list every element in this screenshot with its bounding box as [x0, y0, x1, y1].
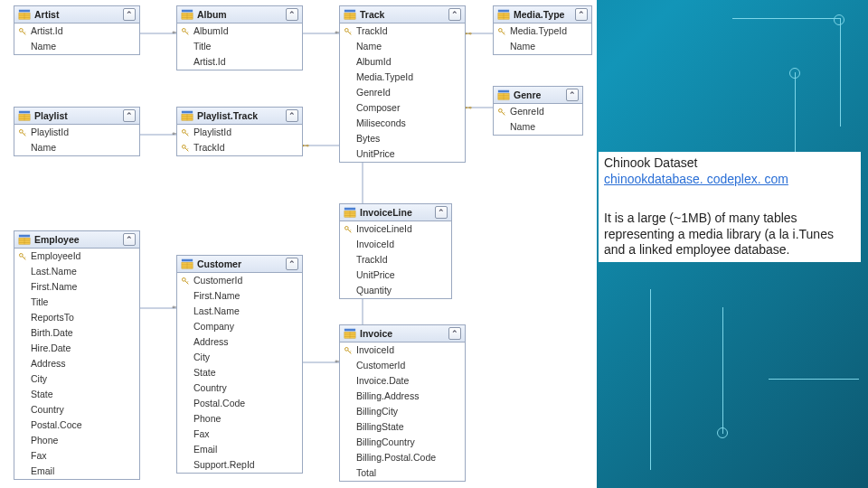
table-column[interactable]: Media.TypeId [340, 70, 465, 85]
table-column[interactable]: BillingCity [340, 404, 465, 419]
collapse-icon[interactable]: ⌃ [435, 206, 448, 219]
table-column[interactable]: UnitPrice [340, 267, 451, 283]
table-header[interactable]: Playlist ⌃ [14, 108, 139, 125]
table-header[interactable]: Media.Type ⌃ [494, 6, 591, 23]
table-column[interactable]: State [14, 387, 139, 402]
table-column[interactable]: Country [177, 380, 302, 396]
table-column[interactable]: Postal.Code [177, 396, 302, 411]
table-playlisttrack[interactable]: Playlist.Track ⌃ PlaylistId TrackId [176, 107, 303, 156]
collapse-icon[interactable]: ⌃ [448, 8, 461, 21]
table-column[interactable]: TrackId [177, 140, 302, 155]
table-column[interactable]: Birth.Date [14, 325, 139, 341]
collapse-icon[interactable]: ⌃ [123, 109, 136, 122]
table-column[interactable]: First.Name [14, 279, 139, 295]
table-column[interactable]: Quantity [340, 283, 451, 298]
table-column[interactable]: BillingState [340, 419, 465, 435]
table-column[interactable]: InvoiceLineId [340, 221, 451, 237]
table-column[interactable]: State [177, 365, 302, 380]
table-column[interactable]: AlbumId [340, 54, 465, 70]
table-column[interactable]: Email [177, 442, 302, 457]
table-column[interactable]: TrackId [340, 252, 451, 267]
table-column[interactable]: Address [14, 356, 139, 371]
table-header[interactable]: Genre ⌃ [494, 87, 582, 104]
table-column[interactable]: Billing.Address [340, 389, 465, 404]
collapse-icon[interactable]: ⌃ [566, 89, 579, 101]
table-column[interactable]: Last.Name [177, 304, 302, 319]
table-column[interactable]: Name [14, 140, 139, 155]
table-playlist[interactable]: Playlist ⌃ PlaylistId Name [14, 107, 140, 156]
table-column[interactable]: InvoiceId [340, 237, 451, 252]
table-column[interactable]: Name [494, 119, 582, 135]
table-column[interactable]: Phone [177, 411, 302, 427]
table-column[interactable]: City [14, 371, 139, 387]
table-employee[interactable]: Employee ⌃ EmployeeId Last.Name First.Na… [14, 230, 140, 480]
table-artist[interactable]: Artist ⌃ Artist.Id Name [14, 5, 140, 55]
table-column[interactable]: Name [494, 39, 591, 54]
table-header[interactable]: Playlist.Track ⌃ [177, 108, 302, 125]
table-column[interactable]: ReportsTo [14, 310, 139, 325]
table-column[interactable]: Support.RepId [177, 457, 302, 473]
table-header[interactable]: Album ⌃ [177, 6, 302, 23]
table-column[interactable]: PlaylistId [177, 125, 302, 140]
table-column[interactable]: Email [14, 464, 139, 479]
table-column[interactable]: Last.Name [14, 264, 139, 279]
collapse-icon[interactable]: ⌃ [286, 258, 298, 270]
table-invoice[interactable]: Invoice ⌃ InvoiceId CustomerId Invoice.D… [339, 324, 466, 482]
table-genre[interactable]: Genre ⌃ GenreId Name [493, 86, 583, 136]
table-column[interactable]: First.Name [177, 288, 302, 304]
collapse-icon[interactable]: ⌃ [123, 8, 136, 21]
table-track[interactable]: Track ⌃ TrackId Name AlbumId Media.TypeI… [339, 5, 466, 163]
collapse-icon[interactable]: ⌃ [286, 8, 298, 21]
table-customer[interactable]: Customer ⌃ CustomerId First.Name Last.Na… [176, 255, 303, 474]
table-column[interactable]: BillingCountry [340, 435, 465, 450]
table-header[interactable]: Artist ⌃ [14, 6, 139, 23]
table-column[interactable]: PlaylistId [14, 125, 139, 140]
collapse-icon[interactable]: ⌃ [123, 233, 136, 246]
table-column[interactable]: GenreId [340, 85, 465, 100]
table-column[interactable]: Title [177, 39, 302, 54]
table-column[interactable]: Postal.Coce [14, 418, 139, 433]
table-column[interactable]: Artist.Id [14, 23, 139, 39]
table-title: Customer [197, 258, 241, 269]
table-column[interactable]: AlbumId [177, 23, 302, 39]
collapse-icon[interactable]: ⌃ [286, 109, 298, 122]
collapse-icon[interactable]: ⌃ [575, 8, 588, 21]
table-header[interactable]: Customer ⌃ [177, 256, 302, 273]
table-column[interactable]: Composer [340, 100, 465, 116]
table-album[interactable]: Album ⌃ AlbumId Title Artist.Id [176, 5, 303, 70]
table-header[interactable]: Track ⌃ [340, 6, 465, 23]
table-column[interactable]: Country [14, 402, 139, 418]
table-column[interactable]: Fax [177, 427, 302, 442]
table-column[interactable]: CustomerId [177, 273, 302, 288]
table-column[interactable]: Media.TypeId [494, 23, 591, 39]
table-column[interactable]: EmployeeId [14, 249, 139, 264]
table-column[interactable]: Invoice.Date [340, 373, 465, 389]
table-column[interactable]: TrackId [340, 23, 465, 39]
table-invoiceline[interactable]: InvoiceLine ⌃ InvoiceLineId InvoiceId Tr… [339, 203, 452, 299]
table-column[interactable]: Billing.Postal.Code [340, 450, 465, 465]
table-column[interactable]: Fax [14, 448, 139, 464]
table-column[interactable]: Miliseconds [340, 116, 465, 131]
table-column[interactable]: Artist.Id [177, 54, 302, 70]
table-header[interactable]: Employee ⌃ [14, 231, 139, 249]
collapse-icon[interactable]: ⌃ [448, 327, 461, 340]
table-mediatype[interactable]: Media.Type ⌃ Media.TypeId Name [493, 5, 592, 55]
table-column[interactable]: Address [177, 334, 302, 350]
table-header[interactable]: Invoice ⌃ [340, 325, 465, 343]
table-column[interactable]: Total [340, 465, 465, 481]
table-column[interactable]: Title [14, 295, 139, 310]
table-column[interactable]: UnitPrice [340, 146, 465, 162]
table-column[interactable]: Name [340, 39, 465, 54]
table-column[interactable]: City [177, 350, 302, 365]
table-column[interactable]: Hire.Date [14, 341, 139, 356]
dataset-link[interactable]: chinookdatabase. codeplex. com [604, 172, 788, 186]
table-column[interactable]: CustomerId [340, 358, 465, 373]
table-column[interactable]: Bytes [340, 131, 465, 146]
table-header[interactable]: InvoiceLine ⌃ [340, 204, 451, 221]
table-column[interactable]: Company [177, 319, 302, 334]
table-column[interactable]: Phone [14, 433, 139, 448]
table-column[interactable]: InvoiceId [340, 343, 465, 358]
key-icon [179, 143, 192, 154]
table-column[interactable]: Name [14, 39, 139, 54]
table-column[interactable]: GenreId [494, 104, 582, 119]
